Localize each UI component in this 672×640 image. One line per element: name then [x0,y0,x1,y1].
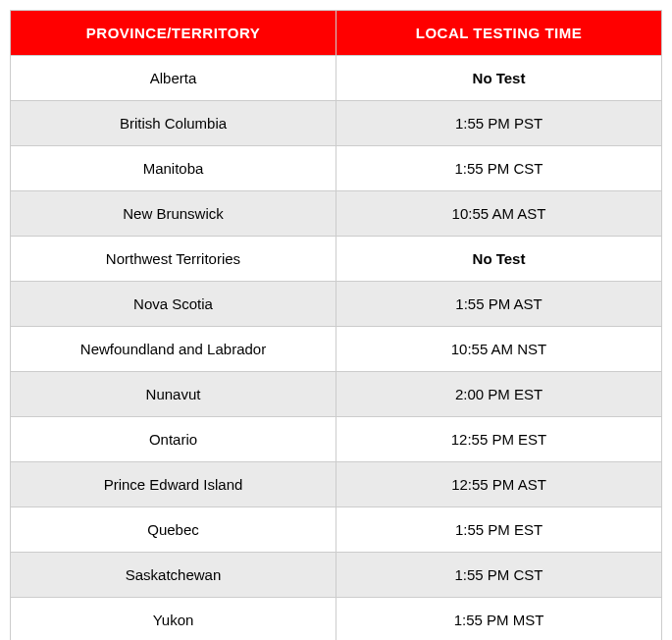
table-row: Nunavut2:00 PM EST [11,372,662,417]
table-row: Quebec1:55 PM EST [11,507,662,553]
cell-province: Manitoba [11,146,336,191]
table-header-row: Province/Territory Local Testing Time [11,11,662,56]
cell-time: 1:55 PM AST [336,282,662,327]
table-row: Saskatchewan1:55 PM CST [11,553,662,598]
cell-province: British Columbia [11,101,336,146]
cell-province: Quebec [11,507,336,553]
table-row: Northwest TerritoriesNo Test [11,237,662,282]
cell-time: 2:00 PM EST [336,372,662,417]
cell-time: 1:55 PM CST [336,146,662,191]
table-body: AlbertaNo TestBritish Columbia1:55 PM PS… [11,56,662,641]
cell-time: No Test [336,237,662,282]
cell-province: New Brunswick [11,191,336,237]
header-time: Local Testing Time [336,11,662,56]
cell-province: Ontario [11,417,336,462]
table-row: AlbertaNo Test [11,56,662,101]
table-row: Ontario12:55 PM EST [11,417,662,462]
table-row: Nova Scotia1:55 PM AST [11,282,662,327]
cell-time: 10:55 AM NST [336,327,662,372]
cell-time: 1:55 PM PST [336,101,662,146]
cell-province: Nova Scotia [11,282,336,327]
cell-time: 10:55 AM AST [336,191,662,237]
cell-time: 12:55 PM EST [336,417,662,462]
header-province: Province/Territory [11,11,336,56]
cell-province: Northwest Territories [11,237,336,282]
table-row: Prince Edward Island12:55 PM AST [11,462,662,507]
table-row: Yukon1:55 PM MST [11,598,662,641]
table-row: Manitoba1:55 PM CST [11,146,662,191]
table-row: British Columbia1:55 PM PST [11,101,662,146]
cell-province: Saskatchewan [11,553,336,598]
cell-time: 1:55 PM EST [336,507,662,553]
table-row: New Brunswick10:55 AM AST [11,191,662,237]
cell-time: No Test [336,56,662,101]
cell-time: 1:55 PM CST [336,553,662,598]
cell-province: Yukon [11,598,336,641]
cell-time: 1:55 PM MST [336,598,662,641]
cell-province: Nunavut [11,372,336,417]
testing-time-table: Province/Territory Local Testing Time Al… [10,10,662,640]
cell-province: Alberta [11,56,336,101]
cell-time: 12:55 PM AST [336,462,662,507]
cell-province: Newfoundland and Labrador [11,327,336,372]
cell-province: Prince Edward Island [11,462,336,507]
table-row: Newfoundland and Labrador10:55 AM NST [11,327,662,372]
